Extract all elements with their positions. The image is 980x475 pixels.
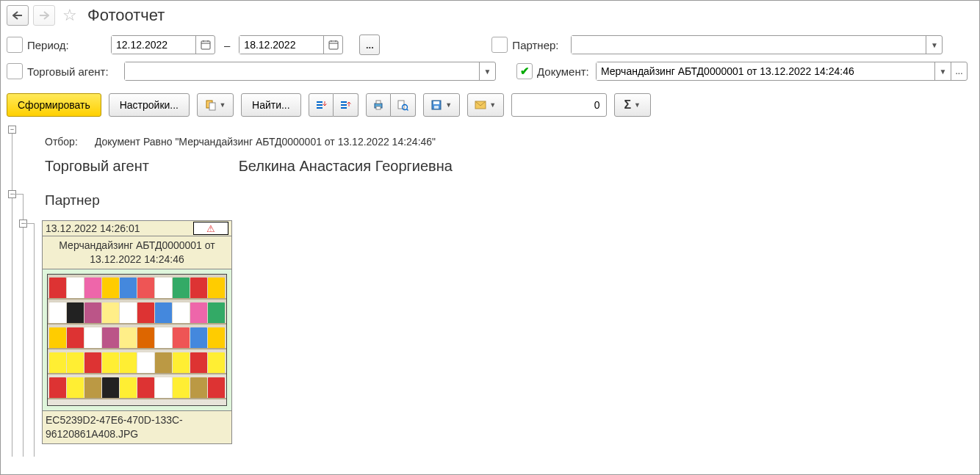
chevron-down-icon: ▼ <box>489 101 496 109</box>
svg-rect-18 <box>376 106 381 109</box>
filter-summary-text: Документ Равно "Мерчандайзинг АБТД000000… <box>95 136 436 148</box>
warning-icon: ⚠ <box>206 223 215 234</box>
back-button[interactable] <box>7 5 29 26</box>
printer-icon <box>372 99 384 111</box>
calendar-icon[interactable] <box>323 36 342 54</box>
period-label: Период: <box>27 39 107 51</box>
document-label: Документ: <box>537 65 591 78</box>
diskette-icon <box>430 99 442 111</box>
agent-label: Торговый агент: <box>27 65 120 78</box>
page-title: Фотоотчет <box>87 6 165 25</box>
warning-badge: ⚠ <box>193 222 228 235</box>
svg-rect-17 <box>376 101 381 104</box>
expand-groups-button[interactable] <box>334 93 359 117</box>
filter-summary: Отбор: Документ Равно "Мерчандайзинг АБТ… <box>42 121 979 153</box>
ellipsis-button[interactable]: ... <box>951 62 967 80</box>
partner-combo[interactable]: ▼ <box>571 35 943 54</box>
partner-field[interactable] <box>572 36 926 54</box>
date-from-input[interactable] <box>111 35 215 54</box>
partner-label: Партнер: <box>512 39 566 51</box>
card-document: Мерчандайзинг АБТД0000001 от 13.12.2022 … <box>42 236 232 269</box>
print-preview-button[interactable] <box>391 93 416 117</box>
partner-checkbox[interactable] <box>491 37 508 53</box>
chevron-down-icon[interactable]: ▼ <box>479 62 495 80</box>
agent-field[interactable] <box>125 62 479 80</box>
mail-icon <box>475 100 486 110</box>
calendar-icon[interactable] <box>195 36 215 54</box>
document-combo[interactable]: ▼ ... <box>596 62 968 81</box>
outline-gutter: − − − <box>1 121 42 475</box>
find-button[interactable]: Найти... <box>241 93 301 117</box>
forward-button[interactable] <box>33 5 55 26</box>
period-checkbox[interactable] <box>7 37 23 53</box>
photo-card: 13.12.2022 14:26:01 ⚠ Мерчандайзинг АБТД… <box>42 220 232 444</box>
photo-thumbnail[interactable] <box>47 274 227 406</box>
variants-button[interactable]: ▼ <box>197 93 234 117</box>
svg-line-21 <box>407 109 408 111</box>
date-to-input[interactable] <box>239 35 343 54</box>
agent-combo[interactable]: ▼ <box>124 62 496 81</box>
date-from-field[interactable] <box>112 36 195 54</box>
arrow-right-icon <box>39 11 49 20</box>
report-partner-label: Партнер <box>42 179 979 216</box>
filter-summary-label: Отбор: <box>45 136 92 148</box>
agent-checkbox[interactable] <box>7 63 23 79</box>
preview-icon <box>397 99 408 111</box>
variants-icon <box>205 99 217 111</box>
chevron-down-icon[interactable]: ▼ <box>934 62 951 80</box>
print-button[interactable] <box>366 93 391 117</box>
svg-rect-4 <box>329 41 338 49</box>
sum-button[interactable]: Σ ▼ <box>614 93 651 117</box>
chevron-down-icon[interactable]: ▼ <box>926 36 942 54</box>
generate-button[interactable]: Сформировать <box>7 93 101 117</box>
card-filename: EC5239D2-47E6-470D-133C-96120861A408.JPG <box>42 411 232 444</box>
svg-rect-9 <box>209 103 215 110</box>
sigma-icon: Σ <box>624 98 631 112</box>
svg-rect-0 <box>201 41 210 49</box>
collapse-groups-button[interactable] <box>309 93 334 117</box>
date-to-field[interactable] <box>239 36 323 54</box>
chevron-down-icon: ▼ <box>445 101 452 109</box>
chevron-down-icon: ▼ <box>220 101 226 109</box>
report-agent-value: Белкина Анастасия Георгиевна <box>239 158 453 174</box>
svg-rect-23 <box>433 101 439 104</box>
card-timestamp: 13.12.2022 14:26:01 <box>46 222 140 234</box>
document-checkbox[interactable] <box>516 63 533 79</box>
arrow-left-icon <box>12 11 23 20</box>
period-more-button[interactable]: ... <box>359 35 380 55</box>
collapse-icon <box>315 99 327 111</box>
expand-icon <box>339 99 351 111</box>
save-button[interactable]: ▼ <box>423 93 460 117</box>
date-separator: – <box>220 39 234 51</box>
settings-button[interactable]: Настройки... <box>109 93 190 117</box>
report-agent-label: Торговый агент <box>45 158 236 175</box>
document-field[interactable] <box>597 62 934 80</box>
svg-rect-24 <box>434 106 439 109</box>
number-field[interactable] <box>511 93 607 117</box>
chevron-down-icon: ▼ <box>634 101 641 109</box>
email-button[interactable]: ▼ <box>467 93 504 117</box>
collapse-toggle[interactable]: − <box>8 126 16 134</box>
favorite-star-icon[interactable]: ☆ <box>60 5 80 26</box>
